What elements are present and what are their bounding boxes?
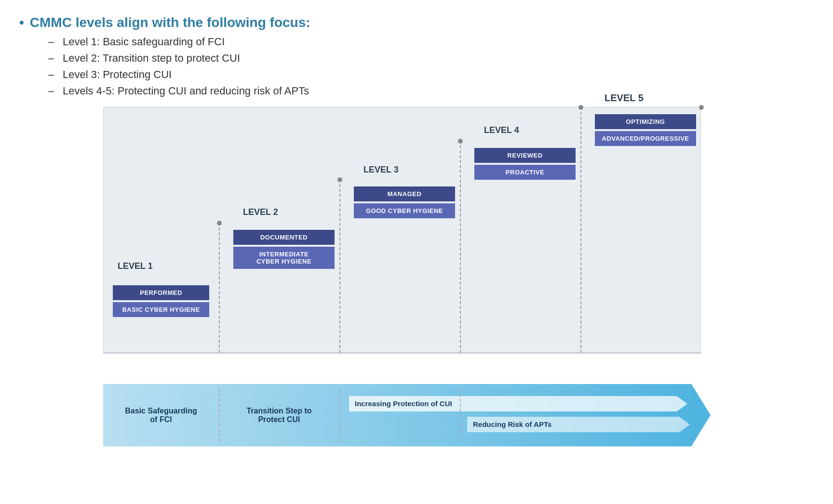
banner-text-1: Basic Safeguardingof FCI xyxy=(125,407,197,424)
level4-box-top: REVIEWED xyxy=(474,148,576,163)
arrow-increasing: Increasing Protection of CUI xyxy=(349,396,687,411)
level1-label: LEVEL 1 xyxy=(118,261,153,271)
banner-section-1: Basic Safeguardingof FCI xyxy=(103,384,219,447)
level4-boxes: REVIEWED PROACTIVE xyxy=(474,148,576,180)
corner-dot-4 xyxy=(578,105,583,110)
level2-label: LEVEL 2 xyxy=(243,207,278,217)
list-item-text: Level 2: Transition step to protect CUI xyxy=(63,52,240,65)
bullet-symbol: • xyxy=(19,14,24,31)
arrow-tip-2 xyxy=(679,417,690,432)
sub-list: – Level 1: Basic safeguarding of FCI – L… xyxy=(48,36,814,97)
dash-symbol: – xyxy=(48,36,56,48)
divider-1 xyxy=(219,223,220,353)
list-item-text: Levels 4-5: Protecting CUI and reducing … xyxy=(63,85,309,97)
arrow-body-1: Increasing Protection of CUI xyxy=(349,396,677,411)
arrow-body-2: Reducing Risk of APTs xyxy=(467,417,679,432)
list-item: – Levels 4-5: Protecting CUI and reducin… xyxy=(48,85,814,97)
level4-box-bottom: PROACTIVE xyxy=(474,165,576,180)
level5-box-top: OPTIMIZING xyxy=(595,114,696,129)
diagram-container: LEVEL 1 PERFORMED BASIC CYBER HYGIENE LE… xyxy=(103,107,730,447)
divider-3 xyxy=(460,141,461,353)
corner-dot-3 xyxy=(458,139,463,144)
list-item: – Level 2: Transition step to protect CU… xyxy=(48,52,814,65)
banner-divider-2 xyxy=(339,389,340,442)
level4-label: LEVEL 4 xyxy=(484,125,519,135)
divider-4 xyxy=(580,107,581,353)
level3-box-bottom: GOOD CYBER HYGIENE xyxy=(354,203,455,218)
dash-symbol: – xyxy=(48,52,56,65)
header-section: • CMMC levels align with the following f… xyxy=(19,14,814,97)
corner-dot-2 xyxy=(337,177,342,182)
corner-dot-end xyxy=(699,105,704,110)
top-line xyxy=(103,353,701,354)
level3-label: LEVEL 3 xyxy=(363,165,399,175)
main-title: CMMC levels align with the following foc… xyxy=(30,14,310,31)
bottom-banner: Basic Safeguardingof FCI Transition Step… xyxy=(103,384,730,447)
divider-2 xyxy=(339,179,340,353)
list-item-text: Level 1: Basic safeguarding of FCI xyxy=(63,36,225,48)
level5-box-bottom: ADVANCED/PROGRESSIVE xyxy=(595,131,696,146)
level1-box-top: PERFORMED xyxy=(113,285,209,300)
dash-symbol: – xyxy=(48,68,56,81)
arrow-tip-1 xyxy=(677,396,687,411)
level2-box-bottom: INTERMEDIATE CYBER HYGIENE xyxy=(233,247,335,269)
main-bullet-item: • CMMC levels align with the following f… xyxy=(19,14,814,31)
level5-boxes: OPTIMIZING ADVANCED/PROGRESSIVE xyxy=(595,114,696,146)
list-item: – Level 1: Basic safeguarding of FCI xyxy=(48,36,814,48)
corner-dot-1 xyxy=(217,221,222,225)
level2-boxes: DOCUMENTED INTERMEDIATE CYBER HYGIENE xyxy=(233,230,335,269)
banner-section-2: Transition Step toProtect CUI xyxy=(219,384,339,447)
level3-box-top: MANAGED xyxy=(354,186,455,201)
level5-label: LEVEL 5 xyxy=(605,93,644,104)
level2-box-top: DOCUMENTED xyxy=(233,230,335,245)
list-item-text: Level 3: Protecting CUI xyxy=(63,68,172,81)
level1-boxes: PERFORMED BASIC CYBER HYGIENE xyxy=(113,285,209,317)
banner-text-2: Transition Step toProtect CUI xyxy=(246,407,311,424)
level3-boxes: MANAGED GOOD CYBER HYGIENE xyxy=(354,186,455,218)
banner-divider-3 xyxy=(460,389,461,442)
level1-box-bottom: BASIC CYBER HYGIENE xyxy=(113,302,209,317)
arrow-reducing: Reducing Risk of APTs xyxy=(467,417,690,432)
dash-symbol: – xyxy=(48,85,56,97)
list-item: – Level 3: Protecting CUI xyxy=(48,68,814,81)
staircase-chart: LEVEL 1 PERFORMED BASIC CYBER HYGIENE LE… xyxy=(103,107,730,377)
